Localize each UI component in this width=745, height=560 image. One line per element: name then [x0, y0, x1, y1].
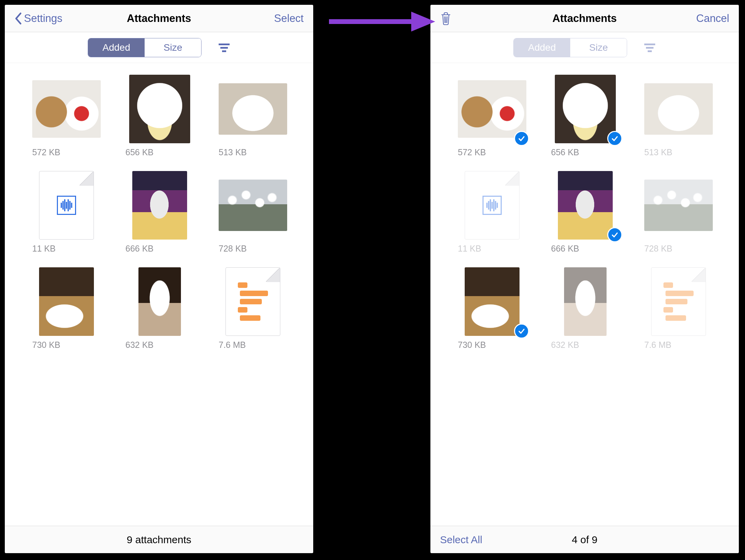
thumbnail[interactable]: [32, 267, 101, 336]
thumbnail[interactable]: [458, 75, 526, 143]
document-file-icon: [651, 267, 706, 336]
segment-added[interactable]: Added: [88, 38, 145, 57]
thumbnail[interactable]: [125, 171, 194, 240]
file-size-label: 728 KB: [644, 244, 713, 254]
segment-size: Size: [570, 38, 627, 57]
document-glyph: [238, 282, 268, 321]
selected-checkmark-icon: [607, 131, 622, 146]
trash-icon: [440, 12, 452, 25]
attachments-grid-wrap: 572 KB 656 KB 513 KB 11 KB 666 KB 728 KB…: [5, 63, 313, 526]
phone-screen-browse: Settings Attachments Select Added Size 5…: [5, 5, 313, 553]
selected-checkmark-icon: [514, 131, 529, 146]
sort-filter-row: Added Size: [430, 32, 739, 63]
navbar: Attachments Cancel: [430, 5, 739, 32]
delete-button[interactable]: [440, 12, 509, 25]
image-thumbnail: [39, 267, 94, 336]
attachment-item[interactable]: 572 KB: [458, 75, 526, 157]
file-size-label: 513 KB: [219, 147, 287, 157]
image-thumbnail: [129, 75, 190, 143]
attachment-item[interactable]: 513 KB: [644, 75, 713, 157]
file-size-label: 11 KB: [32, 244, 101, 254]
image-thumbnail: [558, 171, 613, 240]
image-thumbnail: [644, 83, 713, 135]
file-size-label: 666 KB: [551, 244, 620, 254]
thumbnail[interactable]: [551, 75, 620, 143]
phone-screen-select-mode: Attachments Cancel Added Size 572 KB 656…: [430, 5, 739, 553]
image-thumbnail: [219, 83, 287, 135]
file-size-label: 656 KB: [125, 147, 194, 157]
image-thumbnail: [465, 267, 520, 336]
file-size-label: 632 KB: [551, 340, 620, 350]
footer: 9 attachments: [5, 526, 313, 553]
thumbnail[interactable]: [125, 75, 194, 143]
attachment-item[interactable]: 666 KB: [125, 171, 194, 254]
thumbnail[interactable]: [32, 171, 101, 240]
image-thumbnail: [138, 267, 181, 336]
thumbnail[interactable]: [551, 171, 620, 240]
attachment-item[interactable]: 632 KB: [125, 267, 194, 350]
attachment-item[interactable]: 572 KB: [32, 75, 101, 157]
cancel-button[interactable]: Cancel: [661, 12, 729, 25]
attachments-grid-wrap: 572 KB 656 KB 513 KB 11 KB 666 KB 728 KB…: [430, 63, 739, 526]
annotation-arrow: [326, 10, 435, 34]
attachment-item[interactable]: 7.6 MB: [644, 267, 713, 350]
thumbnail[interactable]: [458, 267, 526, 336]
image-thumbnail: [458, 80, 526, 138]
svg-line-12: [444, 16, 445, 23]
file-size-label: 7.6 MB: [644, 340, 713, 350]
thumbnail[interactable]: [551, 267, 620, 336]
thumbnail[interactable]: [644, 75, 713, 143]
back-button[interactable]: Settings: [14, 12, 83, 25]
chevron-left-icon: [14, 12, 22, 25]
file-size-label: 730 KB: [32, 340, 101, 350]
audio-file-icon: [39, 171, 94, 240]
thumbnail[interactable]: [32, 75, 101, 143]
attachment-item[interactable]: 656 KB: [125, 75, 194, 157]
thumbnail[interactable]: [125, 267, 194, 336]
segment-size[interactable]: Size: [145, 38, 201, 57]
image-thumbnail: [219, 180, 287, 231]
selected-checkmark-icon: [607, 227, 622, 242]
attachment-item[interactable]: 666 KB: [551, 171, 620, 254]
attachment-item[interactable]: 730 KB: [458, 267, 526, 350]
attachment-item[interactable]: 11 KB: [458, 171, 526, 254]
select-all-button[interactable]: Select All: [440, 534, 482, 546]
attachment-item[interactable]: 11 KB: [32, 171, 101, 254]
thumbnail[interactable]: [219, 267, 287, 336]
thumbnail[interactable]: [644, 267, 713, 336]
thumbnail[interactable]: [644, 171, 713, 240]
attachment-item[interactable]: 728 KB: [219, 171, 287, 254]
attachment-item[interactable]: 513 KB: [219, 75, 287, 157]
nav-title: Attachments: [509, 12, 661, 25]
back-label: Settings: [24, 12, 62, 25]
attachment-item[interactable]: 728 KB: [644, 171, 713, 254]
svg-line-14: [447, 16, 447, 23]
navbar: Settings Attachments Select: [5, 5, 313, 32]
sort-segmented-control[interactable]: Added Size: [88, 38, 201, 57]
svg-rect-1: [220, 47, 228, 49]
attachment-item[interactable]: 730 KB: [32, 267, 101, 350]
audio-waveform-icon: [483, 196, 502, 215]
attachment-item[interactable]: 632 KB: [551, 267, 620, 350]
image-thumbnail: [644, 180, 713, 231]
attachments-grid: 572 KB 656 KB 513 KB 11 KB 666 KB 728 KB…: [32, 75, 286, 350]
attachment-item[interactable]: 656 KB: [551, 75, 620, 157]
attachment-item[interactable]: 7.6 MB: [219, 267, 287, 350]
thumbnail[interactable]: [458, 171, 526, 240]
svg-rect-15: [644, 44, 655, 45]
select-button[interactable]: Select: [235, 12, 304, 25]
filter-icon[interactable]: [218, 42, 230, 53]
thumbnail[interactable]: [219, 75, 287, 143]
file-size-label: 632 KB: [125, 340, 194, 350]
file-size-label: 572 KB: [32, 147, 101, 157]
thumbnail[interactable]: [219, 171, 287, 240]
svg-rect-16: [646, 47, 654, 49]
image-thumbnail: [564, 267, 607, 336]
document-file-icon: [225, 267, 280, 336]
file-size-label: 572 KB: [458, 147, 526, 157]
image-thumbnail: [555, 75, 616, 143]
svg-rect-17: [648, 50, 652, 52]
filter-icon: [644, 42, 656, 53]
svg-rect-0: [219, 44, 230, 45]
attachments-grid: 572 KB 656 KB 513 KB 11 KB 666 KB 728 KB…: [458, 75, 711, 350]
